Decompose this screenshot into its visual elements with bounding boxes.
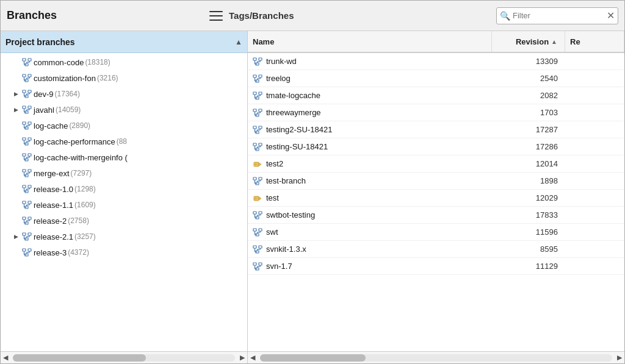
svg-point-154 [255, 163, 256, 165]
tree-item-release-2[interactable]: release-2 (2758) [1, 213, 247, 229]
tree-item-dev-9[interactable]: ▶ dev-9 (17364) [1, 86, 247, 102]
tree-item-release-1.0[interactable]: release-1.0 (1298) [1, 181, 247, 197]
cell-name: tmate-logcache [248, 87, 492, 104]
tree-item-label: customization-fon [34, 74, 96, 83]
tree-item-label: log-cache-with-mergeinfo ( [34, 153, 128, 162]
table-body: trunk-wd13309 treelog2540 tmate-logcache… [248, 53, 624, 351]
tree-toggle[interactable] [12, 121, 20, 130]
menu-icon[interactable] [209, 11, 223, 21]
row-name-label: trunk-wd [266, 57, 297, 66]
tree-container[interactable]: common-code (18318) customization-fon (3… [1, 53, 247, 351]
table-row[interactable]: testing-SU-1842117286 [248, 138, 624, 155]
table-row[interactable]: test12029 [248, 190, 624, 207]
table-row[interactable]: trunk-wd13309 [248, 53, 624, 70]
tag-icon [253, 160, 262, 168]
branch-icon [22, 185, 32, 193]
tree-item-log-cache-with-mergeinfo[interactable]: log-cache-with-mergeinfo ( [1, 149, 247, 165]
tree-item-customization-fon[interactable]: customization-fon (3216) [1, 70, 247, 86]
scroll-up-button[interactable]: ▲ [235, 38, 242, 46]
svg-rect-24 [23, 106, 26, 109]
svg-rect-137 [259, 126, 262, 129]
tree-item-label: release-1.1 [34, 201, 73, 210]
svg-rect-25 [28, 106, 31, 109]
branch-icon [22, 232, 32, 241]
branch-icon [22, 90, 32, 98]
scroll-left-arrow[interactable]: ◀ [1, 354, 10, 362]
tree-item-count: (1298) [74, 185, 96, 193]
branch-icon [253, 143, 262, 151]
tree-toggle[interactable] [12, 74, 20, 82]
col-name-label: Name [253, 37, 274, 46]
svg-rect-190 [253, 263, 256, 265]
svg-rect-16 [23, 90, 26, 93]
svg-rect-128 [253, 109, 256, 112]
cell-revision: 11596 [492, 224, 565, 240]
left-horizontal-scrollbar[interactable]: ◀ ▶ [1, 351, 247, 363]
right-scroll-left-arrow[interactable]: ◀ [248, 354, 258, 362]
cell-rem [565, 224, 624, 240]
tree-item-label: release-2 [34, 216, 67, 226]
tree-toggle[interactable] [12, 201, 20, 209]
row-name-label: test [266, 193, 279, 202]
tree-toggle[interactable] [12, 58, 20, 66]
tree-item-log-cache-performance[interactable]: log-cache-performance (88 [1, 134, 247, 149]
svg-rect-33 [28, 122, 31, 124]
tree-item-release-3[interactable]: release-3 (4372) [1, 244, 247, 260]
cell-name: test2 [248, 155, 492, 172]
table-row[interactable]: test212014 [248, 155, 624, 173]
tree-toggle[interactable] [12, 137, 20, 146]
svg-rect-17 [28, 90, 31, 93]
svg-rect-97 [28, 249, 31, 251]
row-name-label: testing-SU-18421 [266, 142, 328, 151]
tree-item-log-cache[interactable]: log-cache (2890) [1, 118, 247, 134]
right-horizontal-scrollbar[interactable]: ◀ ▶ [248, 351, 624, 363]
cell-revision: 17287 [492, 121, 565, 138]
tree-item-label: merge-ext [34, 169, 70, 178]
table-row[interactable]: test-branch1898 [248, 173, 624, 190]
row-name-label: swt [266, 227, 278, 237]
svg-rect-64 [23, 185, 26, 188]
table-row[interactable]: threewaymerge1703 [248, 104, 624, 121]
cell-rem [565, 155, 624, 172]
table-row[interactable]: swtbot-testing17833 [248, 207, 624, 224]
svg-marker-164 [259, 197, 261, 200]
cell-revision: 2540 [492, 70, 565, 87]
tree-item-label: log-cache [34, 121, 68, 130]
svg-rect-145 [259, 143, 262, 146]
tree-item-count: (2890) [69, 121, 90, 130]
branch-icon [22, 153, 32, 162]
filter-input[interactable] [513, 11, 598, 20]
tree-item-release-2.1[interactable]: ▶ release-2.1 (3257) [1, 229, 247, 244]
tree-item-javahl[interactable]: ▶ javahl (14059) [1, 102, 247, 118]
tree-toggle[interactable]: ▶ [12, 90, 20, 98]
tree-item-common-code[interactable]: common-code (18318) [1, 54, 247, 70]
cell-rem [565, 241, 624, 257]
tree-item-count: (7297) [71, 169, 92, 177]
right-panel: Name Revision ▲ Re trunk-wd13309 t [248, 31, 624, 363]
col-name-header: Name [248, 31, 492, 52]
tree-toggle[interactable] [12, 248, 20, 257]
svg-rect-112 [253, 75, 256, 77]
table-row[interactable]: treelog2540 [248, 70, 624, 87]
table-row[interactable]: testing2-SU-1842117287 [248, 121, 624, 138]
table-row[interactable]: tmate-logcache2082 [248, 87, 624, 104]
svg-rect-1 [28, 59, 31, 61]
right-scroll-right-arrow[interactable]: ▶ [615, 354, 624, 362]
h-scroll-track [13, 354, 235, 362]
tree-toggle[interactable] [12, 153, 20, 162]
clear-search-button[interactable]: ✕ [607, 10, 615, 21]
table-row[interactable]: svn-1.711129 [248, 258, 624, 275]
tree-item-count: (3257) [74, 232, 96, 241]
scroll-right-arrow[interactable]: ▶ [237, 354, 247, 362]
tree-toggle[interactable]: ▶ [12, 105, 20, 114]
tree-toggle[interactable]: ▶ [12, 232, 20, 241]
cell-name: svnkit-1.3.x [248, 241, 492, 257]
table-row[interactable]: svnkit-1.3.x8595 [248, 241, 624, 258]
tree-item-merge-ext[interactable]: merge-ext (7297) [1, 165, 247, 181]
table-row[interactable]: swt11596 [248, 224, 624, 241]
tree-toggle[interactable] [12, 169, 20, 177]
cell-rem [565, 121, 624, 138]
tree-toggle[interactable] [12, 185, 20, 193]
tree-toggle[interactable] [12, 216, 20, 225]
tree-item-release-1.1[interactable]: release-1.1 (1609) [1, 197, 247, 213]
